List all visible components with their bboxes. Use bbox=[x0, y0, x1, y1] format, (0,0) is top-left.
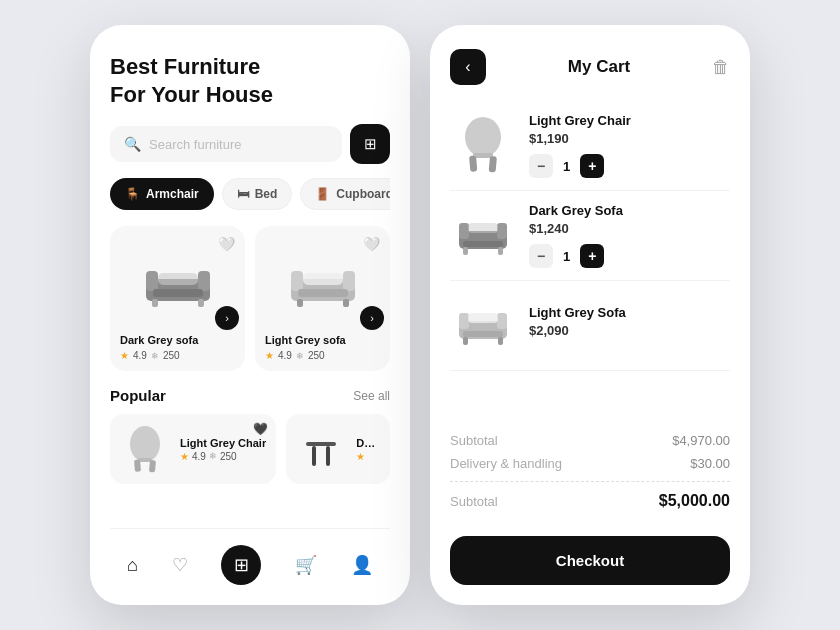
category-nav-circle: ⊞ bbox=[221, 545, 261, 585]
main-title-line1: Best Furniture bbox=[110, 53, 390, 81]
svg-rect-36 bbox=[463, 337, 468, 345]
svg-rect-18 bbox=[306, 442, 336, 446]
nav-profile[interactable]: 👤 bbox=[341, 550, 383, 580]
heart-icon-2[interactable]: 🤍 bbox=[363, 236, 380, 252]
nav-home[interactable]: ⌂ bbox=[117, 551, 148, 580]
svg-rect-9 bbox=[343, 271, 355, 291]
svg-rect-20 bbox=[326, 446, 330, 466]
popular-item-1[interactable]: Light Grey Chair ★ 4.9 ❄ 250 🖤 bbox=[110, 414, 276, 484]
trash-icon[interactable]: 🗑 bbox=[712, 57, 730, 78]
svg-rect-8 bbox=[291, 271, 303, 291]
qty-plus-2[interactable]: + bbox=[580, 244, 604, 268]
filter-icon: ⊞ bbox=[364, 135, 377, 153]
sofa-svg-2 bbox=[283, 251, 363, 311]
product-name-2: Light Grey sofa bbox=[265, 334, 380, 346]
summary-divider bbox=[450, 481, 730, 482]
product-rating-2: ★ 4.9 ❄ 250 bbox=[265, 350, 380, 361]
left-phone: Best Furniture For Your House 🔍 Search f… bbox=[90, 25, 410, 605]
qty-control-2: − 1 + bbox=[529, 244, 730, 268]
svg-rect-13 bbox=[303, 273, 343, 285]
cart-title: My Cart bbox=[568, 57, 630, 77]
star-icon-1: ★ bbox=[120, 350, 129, 361]
arrow-btn-1[interactable]: › bbox=[215, 306, 239, 330]
svg-rect-6 bbox=[158, 273, 198, 285]
cart-item-info-3: Light Grey Sofa $2,090 bbox=[529, 305, 730, 346]
cart-item-img-1 bbox=[450, 113, 515, 178]
svg-rect-34 bbox=[497, 313, 507, 329]
cart-item-info-2: Dark Grey Sofa $1,240 − 1 + bbox=[529, 203, 730, 268]
bottom-nav: ⌂ ♡ ⊞ 🛒 👤 bbox=[110, 528, 390, 589]
cart-header: ‹ My Cart 🗑 bbox=[430, 25, 750, 101]
product-image-1: 🤍 › bbox=[120, 236, 235, 326]
tab-bed[interactable]: 🛏 Bed bbox=[222, 178, 293, 210]
svg-rect-3 bbox=[153, 289, 203, 297]
bed-icon: 🛏 bbox=[237, 187, 249, 201]
popular-item-img-1 bbox=[120, 424, 170, 474]
cart-items-list: Light Grey Chair $1,190 − 1 + bbox=[430, 101, 750, 417]
svg-rect-23 bbox=[469, 155, 477, 172]
popular-item-info-1: Light Grey Chair ★ 4.9 ❄ 250 bbox=[180, 437, 266, 462]
svg-rect-38 bbox=[468, 313, 498, 323]
tab-cupboard[interactable]: 🚪 Cupboard bbox=[300, 178, 390, 210]
subtotal-value: $4,970.00 bbox=[672, 433, 730, 448]
svg-rect-33 bbox=[459, 313, 469, 329]
cart-nav-icon: 🛒 bbox=[295, 554, 317, 576]
product-card-2[interactable]: 🤍 › Light Grey sofa bbox=[255, 226, 390, 371]
main-title-line2: For Your House bbox=[110, 81, 390, 109]
filter-button[interactable]: ⊞ bbox=[350, 124, 390, 164]
search-bar[interactable]: 🔍 Search furniture bbox=[110, 126, 342, 162]
popular-heart-1[interactable]: 🖤 bbox=[253, 422, 268, 436]
qty-num-1: 1 bbox=[563, 159, 570, 174]
qty-plus-1[interactable]: + bbox=[580, 154, 604, 178]
cart-item-price-2: $1,240 bbox=[529, 221, 730, 236]
armchair-icon: 🪑 bbox=[125, 187, 140, 201]
snowflake-icon-1: ❄ bbox=[151, 351, 159, 361]
svg-point-14 bbox=[130, 426, 160, 462]
home-icon: ⌂ bbox=[127, 555, 138, 576]
table-svg bbox=[296, 424, 346, 474]
snowflake-icon-2: ❄ bbox=[296, 351, 304, 361]
svg-rect-5 bbox=[198, 299, 204, 307]
nav-wishlist[interactable]: ♡ bbox=[162, 550, 198, 580]
total-value: $5,000.00 bbox=[659, 492, 730, 510]
popular-item-img-2 bbox=[296, 424, 346, 474]
svg-rect-30 bbox=[498, 247, 503, 255]
products-row: 🤍 › Dark Grey sofa bbox=[110, 226, 390, 371]
svg-rect-10 bbox=[298, 289, 348, 297]
qty-control-1: − 1 + bbox=[529, 154, 730, 178]
star-icon-2: ★ bbox=[265, 350, 274, 361]
checkout-button[interactable]: Checkout bbox=[450, 536, 730, 585]
tab-armchair[interactable]: 🪑 Armchair bbox=[110, 178, 214, 210]
summary-total-row: Subtotal $5,000.00 bbox=[450, 488, 730, 514]
cart-summary: Subtotal $4,970.00 Delivery & handling $… bbox=[430, 417, 750, 526]
delivery-label: Delivery & handling bbox=[450, 456, 562, 471]
svg-rect-37 bbox=[498, 337, 503, 345]
see-all-button[interactable]: See all bbox=[353, 389, 390, 403]
popular-items: Light Grey Chair ★ 4.9 ❄ 250 🖤 bbox=[110, 414, 390, 484]
back-button[interactable]: ‹ bbox=[450, 49, 486, 85]
popular-item-2[interactable]: Do... ★ bbox=[286, 414, 390, 484]
product-card-1[interactable]: 🤍 › Dark Grey sofa bbox=[110, 226, 245, 371]
user-icon: 👤 bbox=[351, 554, 373, 576]
heart-icon-1[interactable]: 🤍 bbox=[218, 236, 235, 252]
popular-item-info-2: Do... ★ bbox=[356, 437, 380, 462]
qty-minus-2[interactable]: − bbox=[529, 244, 553, 268]
cart-item-img-3 bbox=[450, 293, 515, 358]
title-section: Best Furniture For Your House bbox=[110, 53, 390, 108]
svg-rect-11 bbox=[297, 299, 303, 307]
qty-minus-1[interactable]: − bbox=[529, 154, 553, 178]
nav-cart[interactable]: 🛒 bbox=[285, 550, 327, 580]
cart-item-name-3: Light Grey Sofa bbox=[529, 305, 730, 320]
summary-subtotal-row: Subtotal $4,970.00 bbox=[450, 429, 730, 452]
svg-rect-2 bbox=[198, 271, 210, 291]
cart-item-3: Light Grey Sofa $2,090 bbox=[450, 281, 730, 371]
svg-rect-24 bbox=[488, 156, 496, 173]
cart-item-info-1: Light Grey Chair $1,190 − 1 + bbox=[529, 113, 730, 178]
svg-rect-35 bbox=[463, 331, 503, 337]
cart-item-price-1: $1,190 bbox=[529, 131, 730, 146]
grid-icon: ⊞ bbox=[234, 554, 249, 576]
right-phone: ‹ My Cart 🗑 bbox=[430, 25, 750, 605]
svg-rect-22 bbox=[473, 153, 493, 158]
arrow-btn-2[interactable]: › bbox=[360, 306, 384, 330]
nav-category[interactable]: ⊞ bbox=[211, 541, 271, 589]
